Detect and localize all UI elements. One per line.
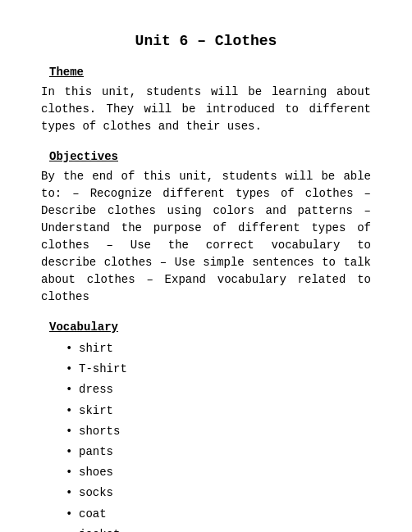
theme-body: In this unit, students will be learning … (41, 84, 371, 135)
objectives-section: Objectives By the end of this unit, stud… (41, 150, 371, 306)
objectives-heading: Objectives (49, 150, 371, 163)
list-item: coat (66, 504, 371, 525)
theme-heading: Theme (49, 66, 371, 79)
theme-section: Theme In this unit, students will be lea… (41, 66, 371, 135)
list-item: skirt (66, 401, 371, 421)
objectives-body: By the end of this unit, students will b… (41, 168, 371, 306)
page-title: Unit 6 – Clothes (41, 33, 371, 49)
list-item: dress (66, 380, 371, 400)
list-item: socks (66, 483, 371, 503)
vocabulary-heading: Vocabulary (49, 321, 371, 334)
list-item: pants (66, 442, 371, 462)
list-item: T-shirt (66, 359, 371, 380)
vocabulary-list: shirtT-shirtdressskirtshortspantsshoesso… (41, 339, 371, 532)
list-item: shorts (66, 421, 371, 442)
list-item: shirt (66, 339, 371, 359)
vocabulary-section: Vocabulary shirtT-shirtdressskirtshortsp… (41, 321, 371, 532)
list-item: shoes (66, 462, 371, 483)
list-item: jacket (66, 525, 371, 532)
